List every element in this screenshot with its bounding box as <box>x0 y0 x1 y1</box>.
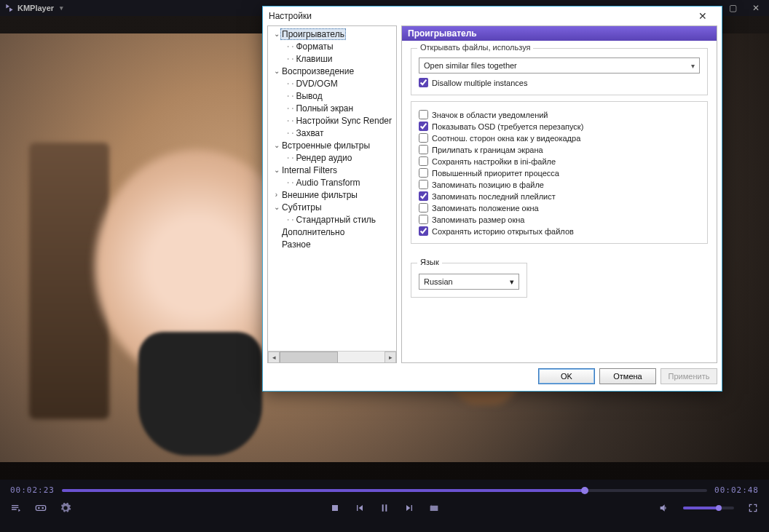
tree-item[interactable]: Дополнительно <box>269 226 396 238</box>
prev-button[interactable] <box>354 502 366 514</box>
option-checkbox[interactable]: Повышенный приоритет процесса <box>419 168 700 178</box>
playlist-icon[interactable] <box>10 502 22 514</box>
chevron-down-icon: ⌄ <box>272 67 280 75</box>
dialog-titlebar[interactable]: Настройки ✕ <box>263 7 722 25</box>
option-label: Прилипать к границам экрана <box>432 146 543 154</box>
settings-tree[interactable]: ⌄Проигрыватель·· Форматы·· Клавиши⌄Воспр… <box>267 25 397 363</box>
settings-gear-icon[interactable] <box>60 502 71 514</box>
tree-item-label: Проигрыватель <box>280 28 346 40</box>
dialog-footer: OK Отмена Применить <box>267 366 717 386</box>
tree-item[interactable]: ·· Стандартный стиль <box>269 213 396 226</box>
tree-item[interactable]: ⌄Воспроизведение <box>269 65 396 77</box>
tree-item-label: Дополнительно <box>280 227 346 237</box>
option-checkbox[interactable]: Запоминать последний плейлист <box>419 191 700 201</box>
tree-item[interactable]: ·· Полный экран <box>269 102 396 114</box>
play-logo-icon <box>4 3 15 13</box>
window-close-button[interactable]: ✕ <box>747 1 765 15</box>
option-label: Показывать OSD (требуется перезапуск) <box>432 122 583 131</box>
option-checkbox[interactable]: Запоминать размер окна <box>419 215 700 224</box>
option-checkbox[interactable]: Запоминать положение окна <box>419 203 700 213</box>
svg-rect-0 <box>36 506 45 511</box>
panel-header: Проигрыватель <box>402 26 717 41</box>
chevron-down-icon: ▾ <box>691 62 695 70</box>
open-button[interactable] <box>428 502 440 514</box>
open-files-combo[interactable]: Open similar files together ▾ <box>419 57 700 74</box>
stop-button[interactable] <box>329 502 341 514</box>
disallow-multiple-label: Disallow multiple instances <box>432 79 527 87</box>
dialog-close-button[interactable]: ✕ <box>690 7 716 25</box>
window-maximize-button[interactable]: ▢ <box>724 1 741 15</box>
option-label: Запоминать позицию в файле <box>432 180 544 189</box>
scroll-left-button[interactable]: ◂ <box>268 352 280 363</box>
option-checkbox[interactable]: Сохранять историю открытых файлов <box>419 226 700 236</box>
tree-item-label: Рендер аудио <box>294 153 353 163</box>
option-label: Запоминать последний плейлист <box>432 192 556 201</box>
tree-item-label: Internal Filters <box>280 165 339 175</box>
tree-item[interactable]: ›Внешние фильтры <box>269 188 396 201</box>
tree-horizontal-scrollbar[interactable]: ◂ ▸ <box>268 351 396 362</box>
option-checkbox[interactable]: Сохранять настройки в ini-файле <box>419 156 700 166</box>
disallow-multiple-checkbox[interactable]: Disallow multiple instances <box>419 78 700 87</box>
open-files-combo-value: Open similar files together <box>424 61 517 70</box>
player-options-group: Значок в области уведомленийПоказывать O… <box>411 101 708 244</box>
next-button[interactable] <box>403 502 415 514</box>
chevron-right-icon: › <box>272 191 280 199</box>
tree-item-label: Воспроизведение <box>280 66 355 76</box>
tree-item[interactable]: ·· Вывод <box>269 90 396 102</box>
language-combo[interactable]: Russian ▾ <box>419 274 519 290</box>
option-label: Повышенный приоритет процесса <box>432 169 559 178</box>
option-checkbox[interactable]: Запоминать позицию в файле <box>419 180 700 189</box>
tree-item[interactable]: ·· Audio Transform <box>269 176 396 188</box>
tree-item[interactable]: ·· DVD/OGM <box>269 77 396 90</box>
tree-item-label: Внешние фильтры <box>280 190 359 200</box>
fullscreen-icon[interactable] <box>747 502 759 514</box>
chevron-down-icon: ⌄ <box>272 203 280 211</box>
option-label: Запоминать положение окна <box>432 204 539 213</box>
ok-button[interactable]: OK <box>538 368 595 384</box>
chevron-down-icon: ⌄ <box>272 166 280 174</box>
option-label: Сохранять настройки в ini-файле <box>432 157 556 166</box>
tree-item[interactable]: ·· Рендер аудио <box>269 151 396 164</box>
pause-button[interactable] <box>379 502 390 514</box>
tree-item-label: Настройки Sync Render <box>294 116 393 126</box>
volume-icon[interactable] <box>658 502 670 514</box>
time-elapsed: 00:02:23 <box>10 485 55 495</box>
tree-item-label: Стандартный стиль <box>294 215 377 225</box>
tree-item[interactable]: ⌄Проигрыватель <box>269 28 396 40</box>
svg-point-2 <box>42 507 44 509</box>
tree-item-label: Вывод <box>294 91 323 101</box>
tree-item-label: Встроенные фильтры <box>280 140 371 151</box>
option-checkbox[interactable]: Соотнош. сторон окна как у видеокадра <box>419 133 700 143</box>
option-label: Сохранять историю открытых файлов <box>432 227 574 236</box>
tree-item[interactable]: ·· Захват <box>269 127 396 139</box>
tree-item[interactable]: ·· Форматы <box>269 40 396 52</box>
tree-item[interactable]: ⌄Встроенные фильтры <box>269 139 396 151</box>
option-checkbox[interactable]: Значок в области уведомлений <box>419 110 700 119</box>
tree-item-label: Audio Transform <box>294 178 361 188</box>
tree-item[interactable]: ⌄Internal Filters <box>269 164 396 176</box>
time-total: 00:02:48 <box>714 485 759 495</box>
settings-dialog: Настройки ✕ ⌄Проигрыватель·· Форматы·· К… <box>262 6 722 392</box>
chevron-down-icon: ⌄ <box>272 30 280 38</box>
seek-bar[interactable] <box>62 489 707 492</box>
scroll-right-button[interactable]: ▸ <box>384 352 396 363</box>
tree-item[interactable]: ·· Настройки Sync Render <box>269 114 396 127</box>
chevron-down-icon: ⌄ <box>272 141 280 149</box>
svg-rect-3 <box>332 505 338 511</box>
option-label: Запоминать размер окна <box>432 215 524 224</box>
open-files-group: Открывать файлы, используя Open similar … <box>411 48 708 95</box>
tree-item[interactable]: ⌄Субтитры <box>269 201 396 213</box>
option-checkbox[interactable]: Прилипать к границам экрана <box>419 145 700 154</box>
tree-item[interactable]: Разное <box>269 238 396 250</box>
titlebar-menu-chevron-icon[interactable]: ▾ <box>60 4 63 12</box>
cancel-button[interactable]: Отмена <box>599 368 656 384</box>
tree-item[interactable]: ·· Клавиши <box>269 52 396 65</box>
tree-item-label: Форматы <box>294 41 334 52</box>
app-logo: KMPlayer ▾ <box>4 3 63 13</box>
vr-icon[interactable] <box>35 502 47 514</box>
option-checkbox[interactable]: Показывать OSD (требуется перезапуск) <box>419 122 700 131</box>
tree-item-label: Разное <box>280 239 312 250</box>
volume-slider[interactable] <box>683 507 734 509</box>
option-label: Значок в области уведомлений <box>432 111 548 119</box>
apply-button[interactable]: Применить <box>660 368 717 384</box>
